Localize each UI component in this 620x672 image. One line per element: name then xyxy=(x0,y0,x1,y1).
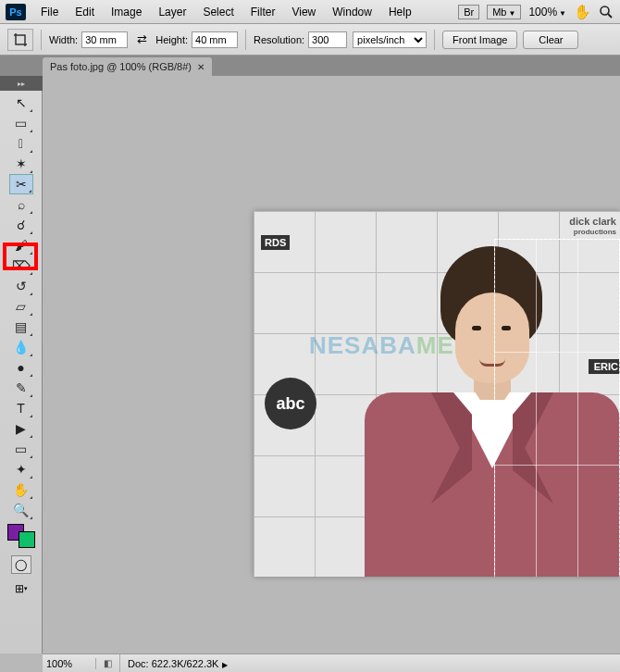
bg-rds: RDS xyxy=(261,235,290,250)
menu-edit[interactable]: Edit xyxy=(68,3,102,21)
bridge-button[interactable]: Br xyxy=(458,5,479,19)
close-icon[interactable]: ✕ xyxy=(197,62,205,72)
options-bar: Width: ⇄ Height: Resolution: pixels/inch… xyxy=(0,24,620,56)
3d-tool[interactable]: ✦ xyxy=(9,459,33,479)
menu-bar: Ps File Edit Image Layer Select Filter V… xyxy=(0,0,620,24)
chevron-down-icon: ▼ xyxy=(508,9,515,18)
height-input[interactable] xyxy=(192,31,238,48)
crop-tool[interactable]: ✂ xyxy=(9,174,33,194)
status-indicator-icon: ◧ xyxy=(96,654,120,672)
type-tool[interactable]: T xyxy=(9,398,33,418)
color-swatches[interactable] xyxy=(7,524,35,548)
active-tool-icon[interactable] xyxy=(7,29,33,51)
swap-dimensions-icon[interactable]: ⇄ xyxy=(133,31,150,48)
blur-tool[interactable]: 💧 xyxy=(9,337,33,357)
quick-select-tool[interactable]: ✶ xyxy=(9,154,33,174)
svg-line-1 xyxy=(608,14,612,18)
svg-point-0 xyxy=(601,6,609,15)
menu-window[interactable]: Window xyxy=(325,3,379,21)
document-tab[interactable]: Pas foto.jpg @ 100% (RGB/8#) ✕ xyxy=(43,57,212,76)
menu-image[interactable]: Image xyxy=(104,3,149,21)
healing-brush-tool[interactable]: ☌ xyxy=(9,215,33,235)
bg-abc-logo: abc xyxy=(265,378,316,429)
menu-file[interactable]: File xyxy=(33,3,66,21)
brush-tool[interactable]: 🖌 xyxy=(9,235,33,255)
clone-stamp-tool[interactable]: ⌦ xyxy=(9,255,33,276)
height-label: Height: xyxy=(155,34,188,45)
minibridge-button[interactable]: Mb▼ xyxy=(487,5,521,19)
resolution-input[interactable] xyxy=(308,31,347,48)
chevron-right-icon[interactable]: ▶ xyxy=(222,661,228,669)
zoom-level[interactable]: 100% xyxy=(528,6,557,19)
eraser-tool[interactable]: ▱ xyxy=(9,296,33,317)
menu-help[interactable]: Help xyxy=(381,3,419,21)
workspace: ▸▸ ↖▭𓍲✶✂⌕☌🖌⌦↺▱▤💧●✎T▶▭✦✋🔍◯⊞▾ RDS dick cla… xyxy=(0,76,620,653)
shape-tool[interactable]: ▭ xyxy=(9,439,33,459)
menu-filter[interactable]: Filter xyxy=(243,3,283,21)
marquee-tool[interactable]: ▭ xyxy=(9,113,33,133)
bg-dickclark: dick clarkproductions xyxy=(569,217,616,237)
dodge-tool[interactable]: ● xyxy=(9,357,33,378)
document-canvas[interactable]: RDS dick clarkproductions ERIC abc NESAB… xyxy=(254,211,620,577)
path-select-tool[interactable]: ▶ xyxy=(9,418,33,439)
zoom-tool[interactable]: 🔍 xyxy=(9,500,33,520)
front-image-button[interactable]: Front Image xyxy=(442,31,517,49)
resolution-unit-select[interactable]: pixels/inch xyxy=(353,31,427,48)
app-logo: Ps xyxy=(6,4,26,20)
width-label: Width: xyxy=(49,34,78,45)
resolution-label: Resolution: xyxy=(254,34,304,45)
canvas-area[interactable]: RDS dick clarkproductions ERIC abc NESAB… xyxy=(43,76,620,653)
screen-mode-toggle[interactable]: ⊞▾ xyxy=(11,579,31,598)
document-tab-title: Pas foto.jpg @ 100% (RGB/8#) xyxy=(50,61,192,72)
status-bar: 100% ◧ Doc: 622.3K/622.3K▶ xyxy=(43,653,620,672)
menu-select[interactable]: Select xyxy=(195,3,241,21)
lasso-tool[interactable]: 𓍲 xyxy=(9,133,33,154)
document-tab-bar: Pas foto.jpg @ 100% (RGB/8#) ✕ xyxy=(0,56,620,76)
gradient-tool[interactable]: ▤ xyxy=(9,317,33,337)
menu-view[interactable]: View xyxy=(284,3,323,21)
search-icon[interactable] xyxy=(598,4,614,20)
toolbox-grip[interactable]: ▸▸ xyxy=(0,76,43,91)
pen-tool[interactable]: ✎ xyxy=(9,378,33,398)
move-tool[interactable]: ↖ xyxy=(9,93,33,113)
menu-layer[interactable]: Layer xyxy=(151,3,193,21)
clear-button[interactable]: Clear xyxy=(523,31,578,49)
photo-subject xyxy=(365,246,614,577)
hand-tool[interactable]: ✋ xyxy=(9,479,33,500)
hand-icon[interactable]: ✋ xyxy=(574,4,590,20)
quick-mask-toggle[interactable]: ◯ xyxy=(11,555,31,574)
chevron-down-icon: ▼ xyxy=(559,9,566,18)
width-input[interactable] xyxy=(81,31,128,48)
eyedropper-tool[interactable]: ⌕ xyxy=(9,194,33,215)
status-doc-size: Doc: 622.3K/622.3K xyxy=(128,658,218,669)
history-brush-tool[interactable]: ↺ xyxy=(9,276,33,296)
background-color[interactable] xyxy=(19,531,35,548)
status-zoom[interactable]: 100% xyxy=(43,658,96,669)
toolbox: ↖▭𓍲✶✂⌕☌🖌⌦↺▱▤💧●✎T▶▭✦✋🔍◯⊞▾ xyxy=(0,91,43,653)
